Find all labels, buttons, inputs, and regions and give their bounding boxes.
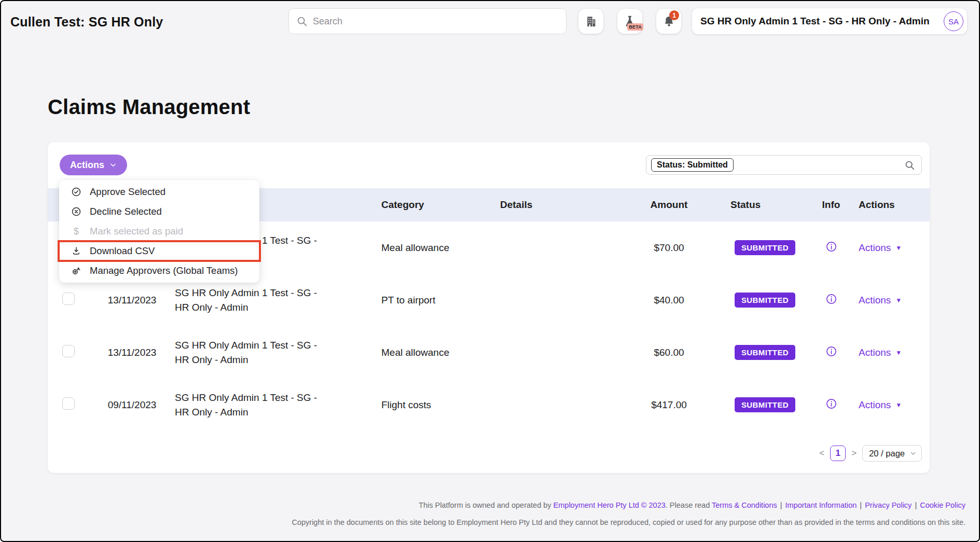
status-badge: SUBMITTED — [735, 293, 795, 308]
claim-date: 13/11/2023 — [89, 347, 175, 358]
important-information-link[interactable]: Important Information — [785, 501, 857, 509]
status-filter-tag[interactable]: Status: Submitted — [651, 158, 734, 172]
user-menu[interactable]: SG HR Only Admin 1 Test - SG - HR Only -… — [692, 8, 967, 34]
claim-category: Meal allowance — [362, 242, 478, 254]
beta-features-button[interactable]: BETA — [617, 9, 642, 34]
search-input[interactable] — [313, 16, 559, 27]
table-row: 09/11/2023 SG HR Only Admin 1 Test - SG … — [48, 379, 930, 431]
page-title: Claims Management — [48, 95, 250, 119]
claim-date: 09/11/2023 — [89, 399, 175, 411]
status-filter-input[interactable]: Status: Submitted — [646, 155, 922, 175]
user-name-label: SG HR Only Admin 1 Test - SG - HR Only -… — [700, 16, 930, 27]
caret-down-icon: ▼ — [895, 401, 902, 409]
header-actions: Actions — [852, 199, 930, 211]
status-badge: SUBMITTED — [735, 345, 795, 360]
workspace-title: Cullen Test: SG HR Only — [10, 15, 163, 30]
menu-item-approve-selected[interactable]: Approve Selected — [59, 182, 259, 202]
chevron-down-icon — [910, 450, 916, 456]
prev-page-button[interactable]: < — [819, 448, 824, 458]
caret-down-icon: ▼ — [895, 349, 902, 356]
top-bar: Cullen Test: SG HR Only BETA 1 SG — [1, 1, 979, 42]
row-checkbox[interactable] — [62, 397, 75, 410]
menu-item-mark-selected-as-paid: $ Mark selected as paid — [59, 221, 259, 241]
chevron-down-icon — [109, 161, 117, 169]
claim-amount: $40.00 — [618, 295, 720, 306]
download-icon — [71, 246, 82, 256]
caret-down-icon: ▼ — [895, 297, 902, 304]
organisation-button[interactable] — [578, 9, 603, 34]
claim-employee: SG HR Only Admin 1 Test - SG - HR Only -… — [175, 286, 346, 315]
claim-amount: $70.00 — [618, 242, 720, 254]
app-window: Cullen Test: SG HR Only BETA 1 SG — [0, 0, 980, 542]
header-info: Info — [810, 199, 852, 211]
actions-dropdown-button[interactable]: Actions — [60, 155, 127, 175]
table-row: 13/11/2023 SG HR Only Admin 1 Test - SG … — [48, 326, 930, 379]
beta-badge: BETA — [627, 23, 643, 31]
info-icon[interactable] — [810, 345, 852, 360]
claim-amount: $417.00 — [618, 399, 720, 411]
header-details: Details — [478, 199, 618, 211]
claim-category: Meal allowance — [362, 347, 478, 358]
menu-item-decline-selected[interactable]: Decline Selected — [59, 202, 259, 221]
header-amount: Amount — [618, 199, 720, 211]
footer-line1: This Platform is owned and operated by E… — [292, 497, 965, 514]
global-search[interactable] — [288, 8, 567, 34]
claim-employee: SG HR Only Admin 1 Test - SG - HR Only -… — [175, 391, 346, 420]
row-checkbox[interactable] — [62, 345, 75, 357]
info-icon[interactable] — [810, 293, 852, 308]
header-category: Category — [362, 199, 478, 211]
claim-category: Flight costs — [362, 399, 478, 411]
notifications-button[interactable]: 1 — [656, 9, 681, 34]
next-page-button[interactable]: > — [851, 448, 857, 458]
x-circle-icon — [71, 206, 82, 217]
employment-hero-link[interactable]: Employment Hero Pty Ltd © 2023 — [554, 501, 666, 509]
row-actions-menu[interactable]: Actions▼ — [859, 399, 902, 411]
terms-conditions-link[interactable]: Terms & Conditions — [712, 501, 777, 509]
current-page-button[interactable]: 1 — [830, 446, 846, 461]
page-footer: This Platform is owned and operated by E… — [292, 497, 965, 531]
search-icon — [296, 16, 308, 27]
status-badge: SUBMITTED — [735, 240, 795, 255]
row-actions-menu[interactable]: Actions▼ — [859, 295, 902, 306]
avatar: SA — [944, 11, 963, 31]
claim-category: PT to airport — [362, 295, 478, 306]
check-circle-icon — [71, 187, 82, 197]
pagination: < 1 > 20 / page — [819, 445, 922, 462]
privacy-policy-link[interactable]: Privacy Policy — [865, 501, 912, 509]
menu-item-manage-approvers[interactable]: Manage Approvers (Global Teams) — [59, 261, 259, 281]
caret-down-icon: ▼ — [895, 244, 902, 252]
page-size-select[interactable]: 20 / page — [862, 445, 922, 462]
row-actions-menu[interactable]: Actions▼ — [859, 242, 902, 254]
filter-search-icon[interactable] — [904, 160, 915, 171]
header-status: Status — [720, 199, 810, 211]
footer-line2: Copyright in the documents on this site … — [292, 514, 965, 531]
actions-dropdown-menu: Approve Selected Decline Selected $ Mark… — [59, 180, 259, 283]
person-plus-icon — [71, 266, 82, 276]
cookie-policy-link[interactable]: Cookie Policy — [920, 501, 965, 509]
claim-date: 13/11/2023 — [89, 295, 175, 306]
claim-amount: $60.00 — [618, 347, 720, 358]
info-icon[interactable] — [810, 241, 852, 255]
notification-count-badge: 1 — [669, 10, 679, 20]
claim-employee: SG HR Only Admin 1 Test - SG - HR Only -… — [175, 338, 346, 367]
info-icon[interactable] — [810, 398, 852, 412]
status-badge: SUBMITTED — [735, 397, 795, 412]
row-actions-menu[interactable]: Actions▼ — [859, 347, 902, 358]
dollar-icon: $ — [71, 226, 82, 237]
menu-item-download-csv[interactable]: Download CSV — [59, 241, 259, 261]
row-checkbox[interactable] — [62, 293, 75, 305]
building-icon — [585, 15, 598, 28]
